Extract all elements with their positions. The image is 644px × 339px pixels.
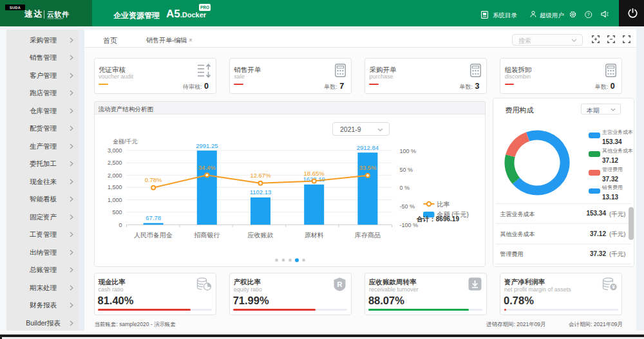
svg-text:12.67%: 12.67% [250,172,271,179]
svg-text:比率: 比率 [437,201,450,208]
svg-text:合计：8696.19: 合计：8696.19 [415,215,459,223]
svg-text:18.65%: 18.65% [303,170,325,177]
svg-text:招商银行: 招商银行 [194,232,220,239]
svg-text:0.78%: 0.78% [144,176,162,183]
svg-text:1,000: 1,000 [107,197,122,203]
svg-text:34.4%: 34.4% [198,164,215,171]
svg-text:50 %: 50 % [399,167,413,173]
svg-text:?: ? [587,12,590,17]
svg-text:33.5%: 33.5% [359,164,376,171]
svg-text:2,000: 2,000 [107,172,122,179]
svg-text:500: 500 [112,209,122,215]
svg-text:2912.84: 2912.84 [356,144,378,151]
svg-text:67.78: 67.78 [146,214,161,221]
svg-text:应收账款: 应收账款 [247,232,273,239]
svg-text:3,000: 3,000 [107,147,122,154]
svg-text:原材料: 原材料 [304,232,323,239]
svg-text:库存商品: 库存商品 [354,232,380,239]
svg-text:2,500: 2,500 [107,160,122,166]
svg-text:100 %: 100 % [399,148,416,154]
svg-text:-100 %: -100 % [399,222,418,228]
svg-text:-50 %: -50 % [399,203,415,210]
svg-text:金额/千元: 金额/千元 [113,138,138,145]
svg-text:2991.25: 2991.25 [196,142,218,149]
svg-text:1,500: 1,500 [107,184,122,190]
svg-text:¥: ¥ [612,284,615,290]
svg-text:0: 0 [118,222,122,228]
svg-text:人民币备用金: 人民币备用金 [134,232,173,239]
svg-text:0 %: 0 % [399,185,410,191]
svg-text:1102.13: 1102.13 [249,188,271,196]
svg-text:R: R [337,280,342,288]
